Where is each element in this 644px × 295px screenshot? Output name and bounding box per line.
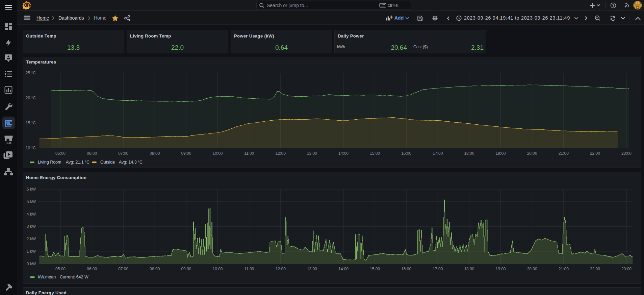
svg-text:14:00: 14:00 — [338, 151, 349, 156]
svg-text:19:00: 19:00 — [495, 267, 506, 271]
svg-text:12:00: 12:00 — [276, 151, 286, 156]
svg-text:Avg: 14.3 °C: Avg: 14.3 °C — [119, 160, 143, 165]
svg-text:11:00: 11:00 — [244, 151, 254, 156]
svg-text:10 °C: 10 °C — [26, 146, 36, 150]
svg-text:09:00: 09:00 — [181, 151, 191, 156]
svg-text:14:00: 14:00 — [338, 267, 349, 271]
svg-text:18:00: 18:00 — [464, 267, 474, 271]
svg-text:1 kW: 1 kW — [27, 249, 36, 254]
svg-text:08:00: 08:00 — [150, 267, 160, 271]
svg-text:10:00: 10:00 — [212, 267, 223, 271]
svg-text:07:00: 07:00 — [118, 267, 128, 271]
svg-text:15:00: 15:00 — [370, 151, 380, 156]
svg-text:Outside: Outside — [100, 160, 115, 165]
svg-text:kW.mean: kW.mean — [38, 275, 56, 279]
svg-text:15:00: 15:00 — [370, 267, 380, 271]
svg-text:11:00: 11:00 — [244, 267, 254, 271]
svg-text:05:00: 05:00 — [55, 267, 66, 271]
svg-text:20 °C: 20 °C — [26, 96, 36, 100]
svg-text:2 kW: 2 kW — [27, 237, 36, 241]
svg-text:06:00: 06:00 — [87, 267, 97, 271]
svg-text:4 kW: 4 kW — [27, 212, 36, 217]
svg-text:3 kW: 3 kW — [27, 224, 36, 229]
svg-text:25 °C: 25 °C — [26, 71, 36, 75]
svg-text:23:00: 23:00 — [621, 151, 632, 156]
svg-text:Home: Home — [94, 15, 107, 21]
svg-text:17:00: 17:00 — [433, 151, 443, 156]
svg-text:6 kW: 6 kW — [27, 187, 36, 192]
svg-text:Home: Home — [36, 15, 49, 21]
svg-text:09:00: 09:00 — [181, 267, 191, 271]
svg-text:17:00: 17:00 — [433, 267, 443, 271]
svg-text:12:00: 12:00 — [276, 267, 286, 271]
svg-text:2023-09-26 04:19:41 to 2023-09: 2023-09-26 04:19:41 to 2023-09-26 23:11:… — [464, 15, 570, 21]
svg-text:16:00: 16:00 — [401, 151, 411, 156]
svg-text:05:00: 05:00 — [55, 151, 66, 156]
svg-text:06:00: 06:00 — [87, 151, 97, 156]
svg-text:Search or jump to...: Search or jump to... — [267, 3, 308, 8]
svg-text:Living Room: Living Room — [38, 160, 61, 165]
svg-text:0 kW: 0 kW — [27, 262, 36, 266]
svg-text:18:00: 18:00 — [464, 151, 474, 156]
svg-text:16:00: 16:00 — [401, 267, 411, 271]
svg-text:?: ? — [612, 3, 615, 7]
svg-text:15 °C: 15 °C — [26, 121, 36, 125]
svg-text:20:00: 20:00 — [527, 267, 537, 271]
svg-text:20:00: 20:00 — [527, 151, 537, 156]
svg-text:Current: 642 W: Current: 642 W — [60, 275, 88, 279]
svg-text:10:00: 10:00 — [212, 151, 223, 156]
svg-text:21:00: 21:00 — [559, 151, 569, 156]
svg-text:Add: Add — [394, 15, 404, 21]
svg-text:HACS: HACS — [6, 142, 11, 144]
svg-text:5 kW: 5 kW — [27, 199, 36, 204]
svg-text:23:00: 23:00 — [621, 267, 632, 271]
svg-text:08:00: 08:00 — [150, 151, 160, 156]
svg-text:21:00: 21:00 — [559, 267, 569, 271]
svg-text:22:00: 22:00 — [590, 267, 600, 271]
svg-text:Avg: 21.1 °C: Avg: 21.1 °C — [66, 160, 89, 165]
svg-text:13:00: 13:00 — [307, 151, 317, 156]
svg-text:22:00: 22:00 — [590, 151, 600, 156]
svg-text:19:00: 19:00 — [495, 151, 506, 156]
svg-text:13:00: 13:00 — [307, 267, 317, 271]
svg-text:ctrl+k: ctrl+k — [388, 3, 398, 8]
svg-text:Dashboards: Dashboards — [58, 15, 84, 21]
svg-text:07:00: 07:00 — [118, 151, 128, 156]
